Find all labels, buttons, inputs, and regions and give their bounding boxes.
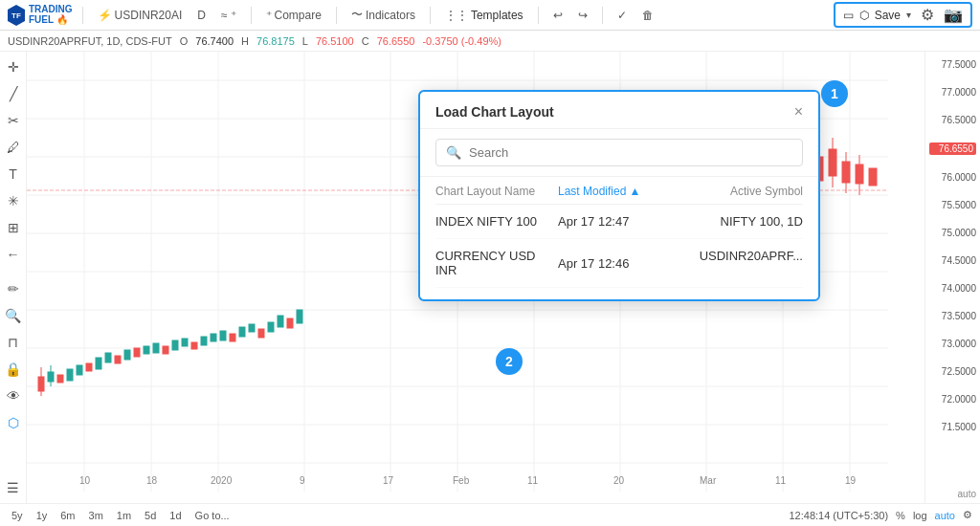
price-73500: 73.5000 <box>929 311 976 321</box>
eye-tool[interactable]: 👁 <box>2 384 25 407</box>
price-74500: 74.5000 <box>929 255 976 266</box>
bottom-settings-button[interactable]: ⚙ <box>963 509 972 521</box>
load-chart-dialog: Load Chart Layout × 🔍 Chart Layout Name … <box>418 90 820 301</box>
back-tool[interactable]: ← <box>2 243 25 266</box>
col-modified-header[interactable]: Last Modified ▲ <box>558 185 680 198</box>
ohlc-o-label: O <box>180 35 189 47</box>
modal-header: Load Chart Layout × <box>420 92 818 129</box>
left-sidebar: ✛ ╱ ✂ 🖊 T ✳ ⊞ ← ✏ 🔍 ⊓ 🔒 👁 ⬡ ☰ <box>0 52 27 503</box>
timestamp: 12:48:14 (UTC+5:30) <box>789 510 888 521</box>
symbol-button[interactable]: ⚡ USDINR20AI <box>93 7 188 24</box>
undo-icon: ↩ <box>553 9 563 22</box>
interval-icon2: ⁺ <box>231 9 236 22</box>
price-76000: 76.0000 <box>929 172 976 183</box>
price-72000: 72.0000 <box>929 394 976 405</box>
save-dropdown-button[interactable]: ▾ <box>906 10 911 20</box>
col-name-header: Chart Layout Name <box>435 185 558 198</box>
modal-search-area: 🔍 <box>420 129 818 177</box>
tf-5d[interactable]: 5d <box>141 508 160 523</box>
tf-6m[interactable]: 6m <box>56 508 78 523</box>
rectangle-button[interactable]: ▭ <box>843 9 854 22</box>
modal-close-button[interactable]: × <box>794 103 803 121</box>
templates-button[interactable]: ⋮⋮ Templates <box>440 7 528 24</box>
sep-1 <box>82 7 83 24</box>
ohlc-h-label: H <box>241 35 249 47</box>
trash-icon: 🗑 <box>642 9 654 22</box>
symbol-full: USDINR20APRFUT, 1D, CDS-FUT <box>8 35 172 47</box>
undo-button[interactable]: ↩ <box>548 7 568 24</box>
tf-1d[interactable]: 1d <box>166 508 185 523</box>
sep-4 <box>430 7 431 24</box>
lock-tool[interactable]: 🔒 <box>2 358 25 381</box>
log-button[interactable]: log <box>913 510 927 521</box>
table-row[interactable]: CURRENCY USD INR Apr 17 12:46 USDINR20AP… <box>435 239 803 288</box>
redo-button[interactable]: ↪ <box>573 7 592 24</box>
row1-name: INDEX NIFTY 100 <box>435 214 558 229</box>
bottom-bar: 5y 1y 6m 3m 1m 5d 1d Go to... 12:48:14 (… <box>0 503 980 526</box>
modal-overlay: Load Chart Layout × 🔍 Chart Layout Name … <box>27 52 924 503</box>
tf-5y[interactable]: 5y <box>8 508 27 523</box>
logo-icon: TF <box>8 5 25 26</box>
percent-button[interactable]: % <box>896 510 905 521</box>
ohlc-bar: USDINR20APRFUT, 1D, CDS-FUT O 76.7400 H … <box>0 31 980 52</box>
tf-3m[interactable]: 3m <box>85 508 107 523</box>
multi-tool[interactable]: ⊞ <box>2 216 25 239</box>
marker-1: 1 <box>821 80 848 107</box>
modal-title: Load Chart Layout <box>435 104 554 120</box>
marker-2: 2 <box>496 348 523 375</box>
price-73000: 73.0000 <box>929 339 976 349</box>
logo-text: TRADING FUEL 🔥 <box>29 5 73 25</box>
magnet-tool[interactable]: ⊓ <box>2 331 25 354</box>
pattern-tool[interactable]: ✳ <box>2 189 25 212</box>
svg-text:TF: TF <box>11 11 21 20</box>
compare-button[interactable]: ⁺ Compare <box>261 7 326 24</box>
table-row[interactable]: INDEX NIFTY 100 Apr 17 12:47 NIFTY 100, … <box>435 205 803 239</box>
goto-button[interactable]: Go to... <box>191 508 234 523</box>
templates-label: Templates <box>471 9 523 22</box>
auto-button[interactable]: auto <box>935 510 955 521</box>
indicators-button[interactable]: 〜 Indicators <box>346 5 420 25</box>
save-button[interactable]: Save <box>875 9 901 22</box>
sep-6 <box>602 7 603 24</box>
timeframe-label: D <box>197 9 206 22</box>
settings-tool[interactable]: ☰ <box>2 476 25 499</box>
check-button[interactable]: ✓ <box>612 7 632 24</box>
tf-1y[interactable]: 1y <box>33 508 52 523</box>
interval-icon: ≈ <box>221 9 228 22</box>
snapshot-button[interactable]: ⬡ <box>859 9 869 22</box>
row1-symbol: NIFTY 100, 1D <box>680 214 803 229</box>
check-icon: ✓ <box>617 9 627 22</box>
magnifier-tool[interactable]: 🔍 <box>2 304 25 327</box>
redo-icon: ↪ <box>578 9 588 22</box>
col-symbol-header: Active Symbol <box>680 185 803 198</box>
trend-line-tool[interactable]: ╱ <box>2 82 25 105</box>
row1-modified: Apr 17 12:47 <box>558 214 680 229</box>
row2-symbol: USDINR20APRF... <box>680 249 803 277</box>
text-tool[interactable]: T <box>2 163 25 186</box>
sep-2 <box>251 7 252 24</box>
chart-area[interactable]: 10 18 2020 9 17 Feb 11 20 Mar 11 19 1 Lo… <box>27 52 924 503</box>
camera-button[interactable]: 📷 <box>944 6 963 24</box>
tf-1m[interactable]: 1m <box>113 508 135 523</box>
symbol-label: USDINR20AI <box>115 9 183 22</box>
app-logo: TF TRADING FUEL 🔥 <box>8 5 73 26</box>
grid-icon: ⋮⋮ <box>445 9 468 22</box>
layers-tool[interactable]: ⬡ <box>2 411 25 434</box>
price-77500: 77.5000 <box>929 59 976 70</box>
compare-label: Compare <box>275 9 322 22</box>
indicators-label: Indicators <box>366 9 415 22</box>
timeframe-button[interactable]: D <box>192 7 211 24</box>
scissors-tool[interactable]: ✂ <box>2 109 25 132</box>
pencil-tool[interactable]: ✏ <box>2 277 25 300</box>
row2-modified: Apr 17 12:46 <box>558 249 680 277</box>
brush-tool[interactable]: 🖊 <box>2 136 25 159</box>
ohlc-l-label: L <box>302 35 308 47</box>
cursor-tool[interactable]: ✛ <box>2 55 25 78</box>
price-77000: 77.0000 <box>929 87 976 98</box>
trash-button[interactable]: 🗑 <box>637 7 658 24</box>
price-75500: 75.5000 <box>929 200 976 210</box>
settings-button[interactable]: ⚙ <box>921 6 934 24</box>
sep-5 <box>538 7 539 24</box>
interval-button[interactable]: ≈ ⁺ <box>216 7 241 24</box>
search-input[interactable] <box>469 145 792 160</box>
